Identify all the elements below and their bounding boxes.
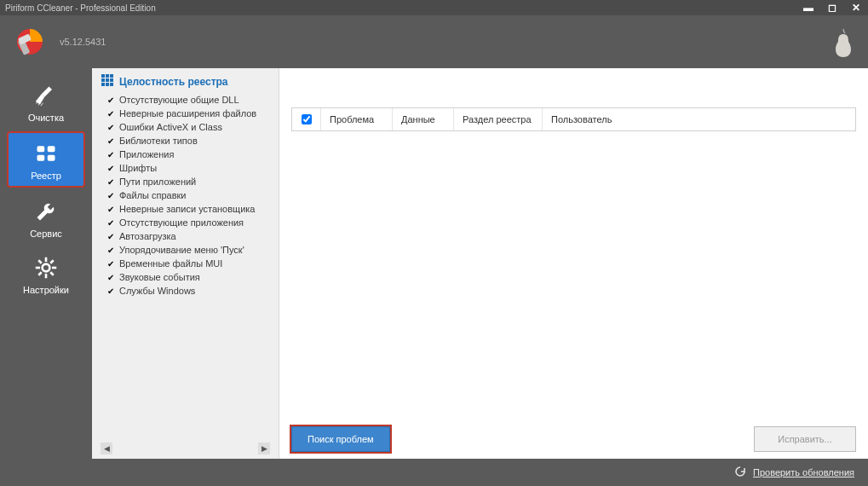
- check-item[interactable]: ✔Автозагрузка: [101, 229, 279, 243]
- fix-button[interactable]: Исправить...: [754, 426, 856, 452]
- pear-icon: [831, 26, 856, 58]
- footer: Проверить обновления: [0, 459, 868, 486]
- gear-icon: [32, 254, 60, 281]
- refresh-icon: [734, 466, 746, 479]
- select-all-column[interactable]: [292, 108, 321, 130]
- check-item[interactable]: ✔Файлы справки: [101, 188, 279, 202]
- minimize-button[interactable]: ▬: [796, 0, 820, 15]
- check-item[interactable]: ✔Неверные записи установщика: [101, 202, 279, 216]
- svg-line-14: [38, 260, 42, 263]
- checkmark-icon: ✔: [107, 109, 114, 119]
- maximize-button[interactable]: ◻: [820, 0, 844, 15]
- close-button[interactable]: ✕: [844, 0, 868, 15]
- header: v5.12.5431: [0, 15, 868, 68]
- select-all-checkbox[interactable]: [302, 114, 312, 124]
- check-item[interactable]: ✔Звуковые события: [101, 270, 279, 284]
- registry-heading-label: Целостность реестра: [119, 76, 228, 88]
- check-item[interactable]: ✔Приложения: [101, 148, 279, 161]
- svg-line-4: [41, 103, 43, 107]
- action-bar: Поиск проблем Исправить...: [291, 426, 856, 452]
- svg-rect-22: [106, 78, 109, 82]
- checkmark-icon: ✔: [107, 164, 114, 173]
- version-label: v5.12.5431: [60, 37, 106, 47]
- checkmark-icon: ✔: [107, 95, 114, 105]
- check-item[interactable]: ✔Отсутствующие приложения: [101, 216, 279, 229]
- svg-rect-25: [106, 83, 109, 86]
- svg-rect-6: [48, 146, 55, 152]
- sidebar-item-label: Настройки: [23, 285, 69, 295]
- check-updates-link[interactable]: Проверить обновления: [753, 467, 854, 477]
- check-item[interactable]: ✔Службы Windows: [101, 284, 279, 298]
- scan-button[interactable]: Поиск проблем: [291, 426, 390, 452]
- sidebar-item-settings[interactable]: Настройки: [7, 247, 85, 300]
- registry-checks-panel: Целостность реестра ✔Отсутствующие общие…: [92, 68, 279, 459]
- svg-rect-5: [37, 146, 45, 152]
- sidebar-item-label: Реестр: [31, 171, 61, 181]
- checkmark-icon: ✔: [107, 191, 114, 200]
- checkmark-icon: ✔: [107, 218, 114, 228]
- svg-rect-18: [101, 74, 105, 78]
- titlebar: Piriform CCleaner - Professional Edition…: [0, 0, 868, 15]
- column-problem[interactable]: Проблема: [321, 108, 393, 130]
- scroll-right-icon[interactable]: ▶: [258, 443, 270, 454]
- svg-line-15: [50, 272, 54, 275]
- app-logo-icon: [12, 24, 48, 60]
- registry-check-list: ✔Отсутствующие общие DLL ✔Неверные расши…: [101, 93, 279, 298]
- sidebar-item-label: Очистка: [28, 113, 64, 123]
- checkmark-icon: ✔: [107, 273, 114, 282]
- column-user[interactable]: Пользователь: [543, 108, 855, 130]
- svg-line-17: [50, 260, 54, 263]
- scroll-track[interactable]: [112, 443, 258, 454]
- checkmark-icon: ✔: [107, 150, 114, 159]
- broom-icon: [32, 82, 60, 109]
- sidebar: Очистка Реестр Сервис Настройки: [0, 68, 92, 459]
- check-item[interactable]: ✔Неверные расширения файлов: [101, 107, 279, 120]
- window-title: Piriform CCleaner - Professional Edition: [5, 3, 796, 13]
- svg-rect-24: [101, 83, 105, 86]
- check-item[interactable]: ✔Библиотеки типов: [101, 134, 279, 148]
- svg-point-9: [43, 264, 50, 272]
- sidebar-item-registry[interactable]: Реестр: [7, 131, 85, 188]
- check-item[interactable]: ✔Упорядочивание меню 'Пуск': [101, 243, 279, 257]
- svg-rect-19: [106, 74, 109, 78]
- checkmark-icon: ✔: [107, 246, 114, 255]
- svg-rect-21: [101, 78, 105, 82]
- checkmark-icon: ✔: [107, 136, 114, 146]
- checkmark-icon: ✔: [107, 232, 114, 241]
- svg-rect-26: [110, 83, 113, 86]
- checkmark-icon: ✔: [107, 123, 114, 132]
- svg-rect-20: [110, 74, 113, 78]
- svg-line-16: [38, 272, 42, 275]
- column-registry-key[interactable]: Раздел реестра: [454, 108, 543, 130]
- svg-rect-7: [37, 155, 45, 161]
- horizontal-scrollbar[interactable]: ◀ ▶: [101, 442, 270, 455]
- sidebar-item-tools[interactable]: Сервис: [7, 191, 85, 244]
- registry-heading: Целостность реестра: [101, 73, 279, 90]
- scroll-left-icon[interactable]: ◀: [101, 443, 112, 454]
- wrench-icon: [32, 198, 60, 225]
- grid-small-icon: [101, 73, 114, 90]
- check-item[interactable]: ✔Временные файлы MUI: [101, 257, 279, 270]
- results-table-header: Проблема Данные Раздел реестра Пользоват…: [291, 107, 856, 131]
- checkmark-icon: ✔: [107, 259, 114, 269]
- svg-rect-8: [48, 155, 55, 161]
- checkmark-icon: ✔: [107, 205, 114, 214]
- check-item[interactable]: ✔Ошибки ActiveX и Class: [101, 120, 279, 134]
- grid-icon: [32, 140, 60, 167]
- checkmark-icon: ✔: [107, 177, 114, 187]
- sidebar-item-label: Сервис: [30, 229, 62, 239]
- sidebar-item-clean[interactable]: Очистка: [7, 75, 85, 128]
- svg-rect-23: [110, 78, 113, 82]
- check-item[interactable]: ✔Шрифты: [101, 161, 279, 175]
- check-item[interactable]: ✔Отсутствующие общие DLL: [101, 93, 279, 107]
- checkmark-icon: ✔: [107, 286, 114, 296]
- column-data[interactable]: Данные: [393, 108, 454, 130]
- check-item[interactable]: ✔Пути приложений: [101, 175, 279, 188]
- results-panel: Проблема Данные Раздел реестра Пользоват…: [279, 68, 868, 459]
